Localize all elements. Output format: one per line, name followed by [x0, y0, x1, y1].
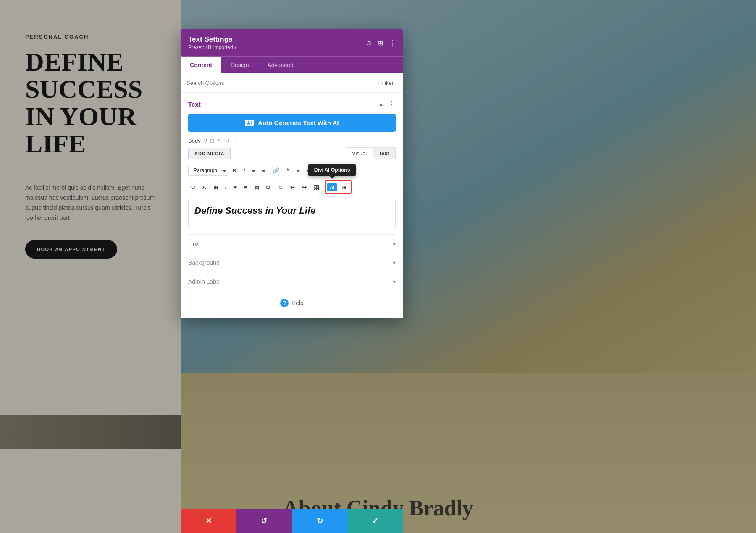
- link-chevron-icon: ▾: [393, 240, 396, 247]
- outdent-button[interactable]: ≡: [241, 183, 250, 192]
- italic-button[interactable]: I: [240, 166, 248, 175]
- tab-design[interactable]: Design: [221, 57, 258, 73]
- divi-ai-options-wrapper: Divi AI Options AI ≋: [325, 180, 352, 194]
- quote-button[interactable]: ❝: [284, 166, 292, 175]
- link-button[interactable]: 🔗: [270, 166, 282, 175]
- cancel-button[interactable]: ✕: [181, 509, 236, 533]
- panel-preset[interactable]: Preset: H1 imported ▾: [188, 44, 237, 50]
- save-button[interactable]: ✓: [348, 509, 404, 533]
- tab-advanced[interactable]: Advanced: [258, 57, 302, 73]
- overflow-meta-icon[interactable]: ⋮: [233, 138, 239, 144]
- toolbar-row-1: Paragraph B I ≡ ≡ 🔗 ❝ ≡ ≡ ≡ ≡ ⊞ S̶: [188, 163, 396, 178]
- panel-title: Text Settings: [188, 35, 237, 44]
- ai-button-label: Auto Generate Text With AI: [258, 119, 339, 126]
- section-controls: ▲ ⋮: [378, 99, 396, 109]
- underline-button[interactable]: U: [188, 183, 198, 192]
- section-more-icon[interactable]: ⋮: [388, 99, 396, 109]
- search-input[interactable]: [186, 80, 373, 86]
- background-section[interactable]: Background ▾: [188, 253, 396, 272]
- italic2-button[interactable]: I: [222, 183, 230, 192]
- help-label: Help: [291, 300, 304, 306]
- more-icon[interactable]: ⋮: [389, 39, 396, 47]
- help-section: ? Help: [188, 291, 396, 311]
- link-label: Link: [188, 240, 199, 247]
- editor-content: Define Success in Your Life: [194, 205, 389, 216]
- paragraph-select[interactable]: Paragraph: [188, 165, 228, 176]
- panel-title-group: Text Settings Preset: H1 imported ▾: [188, 35, 237, 50]
- background-label: Background: [188, 259, 220, 266]
- admin-label-section[interactable]: Admin Label ▾: [188, 272, 396, 291]
- fullscreen-button[interactable]: ⊠: [252, 183, 262, 192]
- visual-tab[interactable]: Visual: [346, 148, 373, 159]
- editor-actions-bar: ADD MEDIA Visual Text: [188, 147, 396, 159]
- admin-chevron-icon: ▾: [393, 278, 396, 285]
- redo-button[interactable]: ↻: [292, 509, 348, 533]
- grid-button[interactable]: ⊞: [210, 183, 221, 192]
- emoji-button[interactable]: ☺: [275, 183, 286, 192]
- help-meta-icon[interactable]: ?: [204, 138, 207, 144]
- divi-ai-button[interactable]: AI: [327, 183, 337, 191]
- toolbar-row-2: U A ⊞ I ≡ ≡ ⊠ Ω ☺ ↩ ↪ 🖼 Divi AI Options …: [188, 178, 396, 196]
- ul-button[interactable]: ≡: [249, 166, 258, 175]
- add-media-button[interactable]: ADD MEDIA: [188, 148, 231, 159]
- body-label: Body: [188, 138, 201, 144]
- panel-header: Text Settings Preset: H1 imported ▾ ⊙ ⊞ …: [181, 29, 403, 56]
- link-section[interactable]: Link ▾: [188, 234, 396, 253]
- cursor-icon[interactable]: ↖: [217, 138, 222, 144]
- divi-ai-options-group: AI ≋: [325, 180, 352, 194]
- responsive-icon[interactable]: □: [210, 138, 214, 144]
- undo-button[interactable]: ↺: [236, 509, 292, 533]
- filter-button[interactable]: + Filter: [373, 78, 397, 88]
- divi-ai-extra-button[interactable]: ≋: [339, 182, 350, 192]
- image-button[interactable]: 🖼: [311, 183, 322, 192]
- editor-meta-bar: Body ? □ ↖ ↺ ⋮: [188, 138, 396, 144]
- indent-button[interactable]: ≡: [231, 183, 240, 192]
- special-char-button[interactable]: Ω: [263, 183, 273, 192]
- redo2-button[interactable]: ↪: [299, 183, 310, 192]
- help-circle-icon: ?: [280, 299, 289, 307]
- search-bar: + Filter: [181, 73, 403, 93]
- layout-icon[interactable]: ⊞: [378, 39, 383, 47]
- settings-icon[interactable]: ⊙: [366, 39, 372, 47]
- collapse-icon[interactable]: ▲: [378, 101, 384, 107]
- ol-button[interactable]: ≡: [260, 166, 269, 175]
- undo2-button[interactable]: ↩: [287, 183, 298, 192]
- visual-text-tabs: Visual Text: [346, 147, 396, 159]
- panel-header-icons: ⊙ ⊞ ⋮: [366, 39, 396, 47]
- section-title: Text: [188, 101, 201, 108]
- align-left-button[interactable]: ≡: [294, 166, 303, 175]
- undo-meta-icon[interactable]: ↺: [225, 138, 230, 144]
- help-button[interactable]: ? Help: [280, 299, 304, 307]
- tab-content[interactable]: Content: [181, 57, 221, 73]
- ai-generate-button[interactable]: AI Auto Generate Text With AI: [188, 114, 396, 132]
- text-content-area[interactable]: Define Success in Your Life: [188, 199, 396, 228]
- filter-label: + Filter: [377, 80, 394, 86]
- divi-ai-tooltip: Divi AI Options: [308, 164, 356, 176]
- text-section-header: Text ▲ ⋮: [188, 99, 396, 109]
- admin-label: Admin Label: [188, 278, 221, 285]
- color-button[interactable]: A: [199, 183, 209, 192]
- panel-body: Text ▲ ⋮ AI Auto Generate Text With AI B…: [181, 93, 403, 318]
- background-chevron-icon: ▾: [393, 259, 396, 266]
- bold-button[interactable]: B: [229, 166, 239, 175]
- panel-tabs: Content Design Advanced: [181, 56, 403, 73]
- settings-panel: Text Settings Preset: H1 imported ▾ ⊙ ⊞ …: [181, 29, 403, 318]
- text-tab[interactable]: Text: [373, 148, 395, 159]
- ai-badge-icon: AI: [245, 120, 254, 126]
- bottom-action-bar: ✕ ↺ ↻ ✓: [181, 509, 403, 533]
